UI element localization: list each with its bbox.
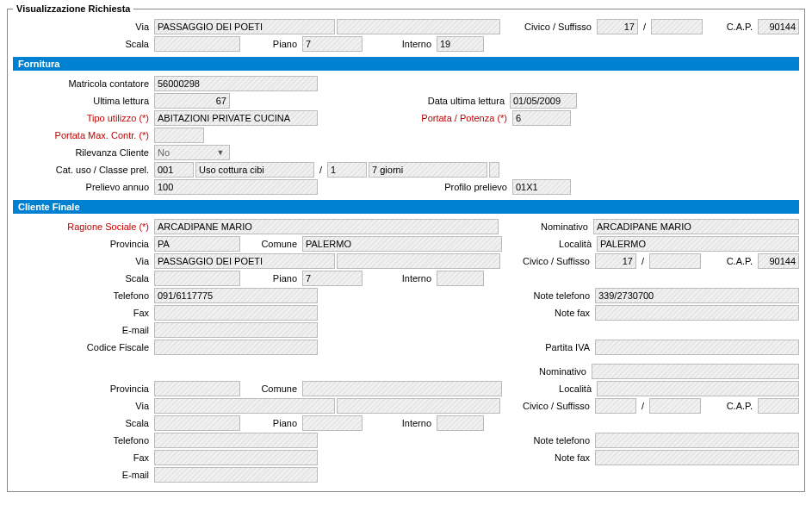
cli2-row3: Via Civico / Suffisso / C.A.P.: [13, 398, 799, 414]
data-ultima-lettura-field[interactable]: 01/05/2009: [510, 93, 577, 109]
fax-field-2[interactable]: [154, 450, 318, 465]
via-field-2[interactable]: [337, 19, 500, 34]
catuso-label: Cat. uso / Classe prel.: [13, 165, 152, 175]
piva-label: Partita IVA: [502, 342, 593, 352]
piva-field[interactable]: [595, 340, 799, 355]
catuso-desc-field[interactable]: Uso cottura cibi: [195, 162, 314, 178]
addr1-row2: Scala Piano 7 Interno 19: [13, 36, 799, 52]
via-field[interactable]: PASSAGGIO DEI POETI: [154, 19, 335, 34]
scala-field-3[interactable]: [154, 415, 240, 431]
portata-max-field[interactable]: [154, 128, 204, 143]
cli-row1: Ragione Sociale (*) ARCADIPANE MARIO Nom…: [13, 219, 799, 234]
nominativo-field-2[interactable]: [592, 364, 799, 379]
fax-field[interactable]: [154, 305, 318, 321]
matricola-field[interactable]: 56000298: [154, 76, 318, 91]
piano-field[interactable]: 7: [302, 36, 363, 52]
slash-text-3: /: [638, 256, 648, 266]
telefono-field[interactable]: 091/6117775: [154, 288, 318, 303]
catuso-code-field[interactable]: 001: [154, 162, 194, 178]
comune-field[interactable]: PALERMO: [302, 236, 502, 252]
scala-label-2: Scala: [13, 273, 152, 284]
interno-field[interactable]: 19: [437, 36, 484, 52]
cap-field[interactable]: 90144: [758, 19, 799, 34]
tipo-utilizzo-field[interactable]: ABITAZIONI PRIVATE CUCINA: [154, 110, 318, 126]
cli2-row6: Fax Note fax: [13, 450, 799, 465]
rilevanza-select[interactable]: No ▼: [154, 145, 230, 160]
via-field-3b[interactable]: [337, 398, 500, 414]
fax-label-2: Fax: [13, 452, 152, 463]
legend: Visualizzazione Richiesta: [13, 3, 133, 14]
civico-field-2[interactable]: 17: [595, 253, 636, 269]
note-fax-field-2[interactable]: [595, 450, 799, 465]
cli-row7: E-mail: [13, 322, 799, 338]
provincia-field-2[interactable]: [154, 381, 240, 396]
comune-field-2[interactable]: [302, 381, 502, 396]
interno-field-2[interactable]: [437, 271, 484, 286]
note-fax-label-2: Note fax: [502, 452, 593, 463]
via-field-cli[interactable]: PASSAGGIO DEI POETI: [154, 253, 335, 269]
localita-field-2[interactable]: [597, 381, 799, 396]
localita-field[interactable]: PALERMO: [597, 236, 799, 252]
telefono-label: Telefono: [13, 290, 152, 301]
civico-label: Civico / Suffisso: [502, 22, 595, 32]
rilevanza-row: Rilevanza Cliente No ▼: [13, 145, 799, 160]
slash-text-4: /: [638, 401, 648, 411]
chevron-down-icon: ▼: [214, 146, 226, 159]
cli2-row1: Nominativo: [13, 364, 799, 379]
section-fornitura: Fornitura: [13, 57, 799, 71]
prelievo-annuo-field[interactable]: 100: [154, 179, 318, 195]
note-tel-field-2[interactable]: [595, 433, 799, 448]
classe-code-field[interactable]: 1: [327, 162, 367, 178]
civico-label-3: Civico / Suffisso: [502, 401, 593, 411]
portata-field[interactable]: 6: [512, 110, 571, 126]
civico-field[interactable]: 17: [597, 19, 638, 34]
note-fax-field[interactable]: [595, 305, 799, 321]
suffisso-field-3[interactable]: [649, 398, 701, 414]
classe-extra-field[interactable]: [489, 162, 499, 178]
addr1-row1: Via PASSAGGIO DEI POETI Civico / Suffiss…: [13, 19, 799, 34]
cap-field-2[interactable]: 90144: [758, 253, 799, 269]
classe-desc-field[interactable]: 7 giorni: [369, 162, 487, 178]
cap-label: C.A.P.: [704, 22, 756, 32]
email-field[interactable]: [154, 322, 318, 338]
ragione-field[interactable]: ARCADIPANE MARIO: [154, 219, 499, 234]
cap-label-2: C.A.P.: [703, 256, 756, 266]
scala-field-2[interactable]: [154, 271, 240, 286]
cli2-row7: E-mail: [13, 467, 799, 483]
rilevanza-label: Rilevanza Cliente: [13, 147, 152, 158]
ultima-lettura-label: Ultima lettura: [13, 96, 152, 106]
interno-label-3: Interno: [364, 418, 435, 428]
note-tel-label: Note telefono: [502, 290, 593, 301]
portata-max-label: Portata Max. Contr. (*): [13, 130, 152, 140]
interno-field-3[interactable]: [437, 415, 484, 431]
note-tel-field[interactable]: 339/2730700: [595, 288, 799, 303]
via-field-3[interactable]: [154, 398, 335, 414]
nominativo-field[interactable]: ARCADIPANE MARIO: [593, 219, 799, 234]
cf-field[interactable]: [154, 340, 318, 355]
provincia-label: Provincia: [13, 239, 152, 249]
scala-field[interactable]: [154, 36, 240, 52]
comune-label-2: Comune: [242, 383, 301, 394]
scala-label-3: Scala: [13, 418, 152, 428]
localita-label: Località: [504, 239, 595, 249]
catuso-row: Cat. uso / Classe prel. 001 Uso cottura …: [13, 162, 799, 178]
cap-field-3[interactable]: [758, 398, 799, 414]
slash-text-2: /: [316, 165, 325, 175]
ultima-lettura-field[interactable]: 67: [154, 93, 230, 109]
localita-label-2: Località: [504, 383, 595, 394]
cli-row5: Telefono 091/6117775 Note telefono 339/2…: [13, 288, 799, 303]
piano-field-2[interactable]: 7: [302, 271, 363, 286]
via-label-3: Via: [13, 401, 152, 411]
piano-field-3[interactable]: [302, 415, 363, 431]
cap-label-3: C.A.P.: [703, 401, 756, 411]
email-field-2[interactable]: [154, 467, 318, 483]
civico-field-3[interactable]: [595, 398, 636, 414]
cli-row8: Codice Fiscale Partita IVA: [13, 340, 799, 355]
via-field-cli-2[interactable]: [337, 253, 500, 269]
suffisso-field[interactable]: [651, 19, 703, 34]
email-label-2: E-mail: [13, 470, 152, 480]
suffisso-field-2[interactable]: [649, 253, 701, 269]
provincia-field[interactable]: PA: [154, 236, 240, 252]
profilo-field[interactable]: 01X1: [512, 179, 571, 195]
telefono-field-2[interactable]: [154, 433, 318, 448]
